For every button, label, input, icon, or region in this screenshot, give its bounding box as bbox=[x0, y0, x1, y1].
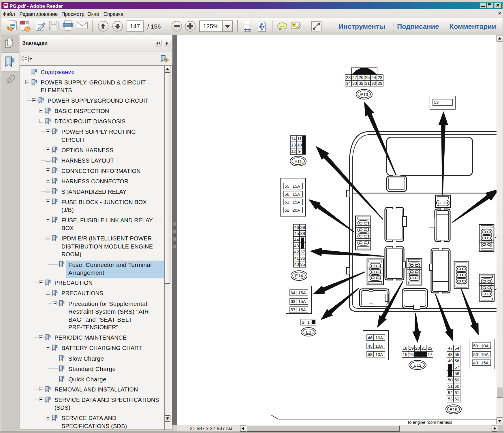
svg-text:55: 55 bbox=[454, 352, 459, 357]
svg-text:10A: 10A bbox=[375, 352, 383, 357]
svg-text:125%: 125% bbox=[203, 23, 219, 29]
svg-text:54: 54 bbox=[454, 346, 459, 351]
svg-text:9: 9 bbox=[298, 149, 300, 154]
svg-text:60: 60 bbox=[454, 384, 459, 389]
svg-text:10A: 10A bbox=[375, 344, 383, 349]
svg-text:15A: 15A bbox=[298, 307, 306, 312]
svg-text:41: 41 bbox=[294, 256, 299, 261]
svg-text:15A: 15A bbox=[292, 184, 300, 189]
svg-text:15A: 15A bbox=[481, 352, 489, 357]
svg-text:2: 2 bbox=[302, 320, 304, 325]
svg-text:53: 53 bbox=[448, 396, 453, 401]
svg-text:38: 38 bbox=[300, 231, 305, 236]
svg-text:29: 29 bbox=[378, 81, 383, 86]
svg-text:62: 62 bbox=[454, 396, 459, 401]
svg-text:21: 21 bbox=[421, 346, 426, 351]
svg-text:35: 35 bbox=[300, 262, 305, 267]
svg-text:24: 24 bbox=[371, 75, 376, 80]
svg-text:30: 30 bbox=[371, 81, 376, 86]
svg-text:63: 63 bbox=[291, 299, 296, 304]
svg-text:52: 52 bbox=[448, 390, 453, 395]
svg-text:36: 36 bbox=[300, 256, 305, 261]
svg-text:13: 13 bbox=[291, 142, 296, 147]
svg-text:45: 45 bbox=[294, 231, 299, 236]
svg-text:E14: E14 bbox=[295, 273, 303, 278]
svg-text:53: 53 bbox=[434, 100, 439, 105]
svg-text:62: 62 bbox=[285, 208, 289, 212]
svg-text:47: 47 bbox=[448, 346, 453, 351]
svg-text:E15: E15 bbox=[450, 407, 458, 412]
svg-text:Комментарии: Комментарии bbox=[450, 22, 496, 30]
svg-text:42: 42 bbox=[294, 249, 299, 254]
svg-text:58: 58 bbox=[454, 371, 459, 376]
svg-text:22: 22 bbox=[428, 346, 432, 351]
svg-text:18: 18 bbox=[403, 346, 407, 351]
svg-text:To engine room harness: To engine room harness bbox=[407, 420, 452, 425]
svg-text:45: 45 bbox=[368, 344, 373, 349]
svg-text:15A: 15A bbox=[298, 299, 306, 304]
svg-text:31: 31 bbox=[365, 81, 370, 86]
svg-text:Инструменты: Инструменты bbox=[338, 22, 385, 30]
svg-text:10: 10 bbox=[297, 142, 302, 147]
svg-text:Подписание: Подписание bbox=[397, 22, 439, 30]
svg-text:25: 25 bbox=[365, 75, 370, 80]
svg-text:57: 57 bbox=[291, 307, 296, 312]
svg-text:49: 49 bbox=[448, 358, 453, 363]
svg-text:56: 56 bbox=[285, 192, 289, 197]
svg-text:55: 55 bbox=[285, 184, 289, 189]
svg-text:E11: E11 bbox=[294, 159, 302, 164]
svg-text:64: 64 bbox=[291, 290, 296, 295]
svg-text:26: 26 bbox=[359, 75, 364, 80]
svg-text:40: 40 bbox=[294, 262, 299, 267]
svg-text:15A: 15A bbox=[292, 199, 300, 204]
svg-text:32: 32 bbox=[359, 81, 364, 86]
svg-text:14: 14 bbox=[291, 136, 296, 141]
svg-text:10A: 10A bbox=[375, 335, 383, 340]
svg-text:59: 59 bbox=[454, 377, 459, 382]
svg-text:56: 56 bbox=[454, 358, 459, 363]
svg-text:33: 33 bbox=[352, 81, 357, 86]
svg-text:16: 16 bbox=[409, 352, 414, 357]
svg-text:46: 46 bbox=[294, 225, 299, 230]
svg-text:E12: E12 bbox=[413, 363, 422, 368]
svg-text:17: 17 bbox=[428, 352, 432, 357]
svg-text:50: 50 bbox=[448, 377, 453, 382]
svg-text:57: 57 bbox=[454, 365, 459, 370]
svg-text:15A: 15A bbox=[292, 192, 300, 197]
svg-text:T: T bbox=[293, 23, 295, 28]
svg-text:59: 59 bbox=[473, 343, 478, 348]
svg-text:15A: 15A bbox=[298, 290, 306, 295]
svg-text:37: 37 bbox=[300, 249, 305, 254]
svg-text:51: 51 bbox=[448, 384, 453, 389]
svg-text:61: 61 bbox=[454, 390, 459, 395]
svg-text:1: 1 bbox=[307, 320, 310, 325]
svg-text:58: 58 bbox=[368, 352, 373, 357]
svg-text:10A: 10A bbox=[481, 343, 489, 348]
svg-text:15A: 15A bbox=[481, 360, 489, 365]
svg-text:44: 44 bbox=[294, 237, 299, 242]
svg-text:48: 48 bbox=[448, 352, 453, 357]
svg-text:20: 20 bbox=[415, 346, 420, 351]
svg-text:39: 39 bbox=[300, 225, 305, 230]
svg-text:E9: E9 bbox=[306, 330, 311, 334]
svg-text:15: 15 bbox=[403, 352, 407, 357]
svg-text:43: 43 bbox=[294, 243, 299, 248]
svg-text:E13: E13 bbox=[360, 92, 368, 97]
svg-text:12: 12 bbox=[291, 149, 296, 154]
svg-text:19: 19 bbox=[409, 346, 414, 351]
svg-text:46: 46 bbox=[368, 335, 373, 340]
svg-text:50: 50 bbox=[473, 352, 478, 357]
svg-text:28: 28 bbox=[346, 75, 351, 80]
svg-text:34: 34 bbox=[346, 81, 351, 86]
svg-text:61: 61 bbox=[285, 199, 289, 204]
svg-text:23: 23 bbox=[378, 75, 383, 80]
svg-text:49: 49 bbox=[473, 360, 478, 365]
svg-text:11: 11 bbox=[297, 136, 302, 141]
svg-text:27: 27 bbox=[352, 75, 357, 80]
svg-text:20A: 20A bbox=[292, 208, 300, 212]
